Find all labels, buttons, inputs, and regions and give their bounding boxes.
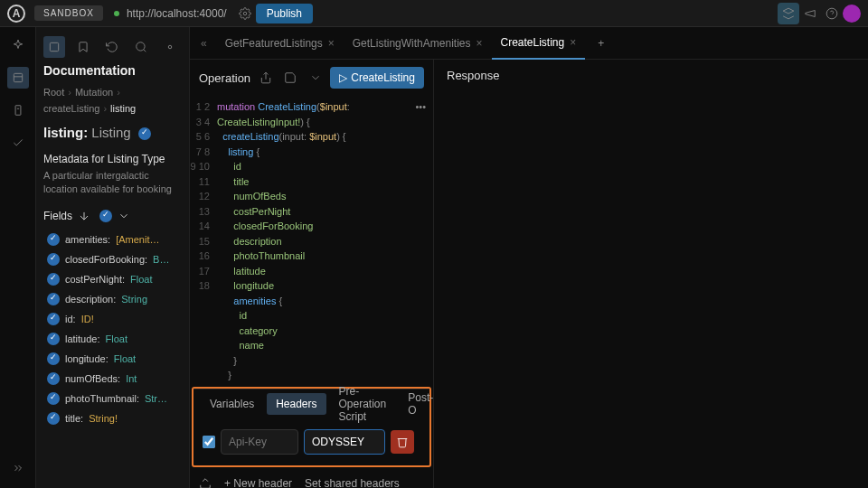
sandbox-badge: SANDBOX (34, 5, 103, 21)
bottom-tab-variables[interactable]: Variables (201, 393, 263, 415)
operation-title: Operation (199, 71, 250, 85)
field-check-icon[interactable] (47, 293, 60, 305)
field-check-icon[interactable] (47, 233, 60, 246)
rail-collapse-icon[interactable] (7, 457, 29, 479)
breadcrumb-2[interactable]: createListing›listing (43, 103, 182, 114)
field-item[interactable]: costPerNight: Float (43, 269, 182, 289)
header-value-input[interactable] (304, 429, 385, 455)
announce-icon[interactable] (799, 3, 821, 24)
chevron-down-icon[interactable] (118, 210, 130, 222)
endpoint-url[interactable]: http://localhost:4000/ (127, 7, 227, 20)
history-icon[interactable] (101, 36, 123, 58)
close-tab-icon[interactable]: × (328, 37, 335, 50)
tabs-scroll-left-icon[interactable]: « (201, 37, 207, 50)
fields-check-icon[interactable] (99, 210, 112, 222)
help-icon[interactable] (821, 3, 843, 24)
field-item[interactable]: numOfBeds: Int (43, 369, 182, 389)
field-item[interactable]: latitude: Float (43, 329, 182, 349)
doc-title: Documentation (43, 63, 182, 78)
rail-sparkle-icon[interactable] (7, 34, 29, 56)
tab-GetListingWithAmenities[interactable]: GetListingWithAmenities× (344, 27, 492, 60)
svg-rect-6 (15, 106, 21, 116)
type-heading: listing: Listing (43, 125, 182, 140)
search-icon[interactable] (130, 36, 152, 58)
set-shared-headers-link[interactable]: Set shared headers (305, 477, 400, 489)
field-check-icon[interactable] (47, 273, 60, 286)
svg-rect-8 (50, 42, 58, 51)
doc-view-icon[interactable] (43, 36, 65, 58)
rail-check-icon[interactable] (7, 132, 29, 154)
header-enabled-checkbox[interactable] (203, 436, 215, 448)
field-check-icon[interactable] (47, 352, 60, 365)
response-heading: Response (447, 69, 855, 82)
field-check-icon[interactable] (47, 392, 60, 405)
fields-list: amenities: [Amenit…closedForBooking: B…c… (43, 230, 182, 428)
svg-marker-1 (783, 8, 794, 14)
headers-highlight-box: VariablesHeadersPre-Operation ScriptPost… (192, 387, 431, 467)
field-item[interactable]: title: String! (43, 408, 182, 428)
response-panel: Response (434, 60, 868, 488)
user-avatar[interactable] (843, 5, 861, 23)
breadcrumb[interactable]: Root›Mutation› (43, 87, 182, 98)
svg-point-0 (243, 12, 247, 15)
op-menu-icon[interactable] (306, 67, 325, 89)
field-item[interactable]: amenities: [Amenit… (43, 230, 182, 249)
left-rail (0, 27, 36, 488)
gear-icon[interactable] (159, 36, 181, 58)
bottom-tab-headers[interactable]: Headers (267, 393, 326, 415)
tabs-row: « GetFeaturedListings×GetListingWithAmen… (190, 27, 868, 60)
top-bar: A SANDBOX http://localhost:4000/ Publish (0, 0, 868, 27)
field-check-icon[interactable] (47, 372, 60, 385)
share-icon[interactable] (256, 67, 275, 89)
field-item[interactable]: description: String (43, 289, 182, 309)
header-key-input[interactable] (221, 429, 298, 455)
settings-icon[interactable] (234, 3, 256, 24)
layers-icon[interactable] (778, 3, 799, 24)
field-check-icon[interactable] (47, 313, 60, 325)
bottom-tab-pre-operation-script[interactable]: Pre-Operation Script (330, 380, 396, 427)
close-tab-icon[interactable]: × (476, 37, 482, 50)
svg-rect-4 (14, 73, 22, 81)
sort-icon[interactable] (78, 210, 90, 222)
new-tab-button[interactable]: + (589, 37, 613, 50)
operation-header: Operation ▷ CreateListing (190, 60, 433, 96)
rail-explorer-icon[interactable] (7, 67, 29, 89)
run-operation-button[interactable]: ▷ CreateListing (330, 67, 424, 89)
rail-diff-icon[interactable] (7, 99, 29, 121)
close-tab-icon[interactable]: × (570, 36, 576, 49)
field-check-icon[interactable] (47, 333, 60, 345)
field-check-icon[interactable] (47, 253, 60, 266)
editor-overflow-icon[interactable]: ••• (415, 101, 426, 112)
publish-button[interactable]: Publish (256, 4, 313, 23)
apollo-logo: A (7, 5, 25, 23)
save-icon[interactable] (280, 67, 299, 89)
svg-point-11 (168, 45, 172, 49)
field-check-icon[interactable] (47, 412, 60, 425)
field-item[interactable]: closedForBooking: B… (43, 249, 182, 269)
verified-icon (138, 127, 151, 140)
svg-point-9 (137, 42, 145, 51)
bookmark-icon[interactable] (72, 36, 94, 58)
metadata-heading: Metadata for Listing Type (43, 153, 182, 165)
svg-line-10 (144, 50, 146, 52)
new-header-link[interactable]: + New header (224, 477, 292, 489)
tab-CreateListing[interactable]: CreateListing× (492, 27, 586, 60)
field-item[interactable]: longitude: Float (43, 349, 182, 369)
code-editor[interactable]: 1 2 3 4 5 6 7 8 9 10 11 12 13 14 15 16 1… (190, 96, 433, 387)
bottom-tabs: VariablesHeadersPre-Operation ScriptPost… (193, 389, 429, 418)
delete-header-button[interactable] (391, 430, 414, 454)
tab-GetFeaturedListings[interactable]: GetFeaturedListings× (216, 27, 344, 60)
fields-heading: Fields (43, 210, 182, 222)
documentation-panel: Documentation Root›Mutation› createListi… (36, 27, 190, 488)
field-item[interactable]: id: ID! (43, 309, 182, 329)
metadata-description: A particular intergalactic location avai… (43, 169, 182, 197)
svg-point-2 (826, 8, 837, 19)
field-item[interactable]: photoThumbnail: Str… (43, 389, 182, 408)
bottom-actions: + New header Set shared headers (190, 467, 433, 489)
connection-status-dot (114, 11, 119, 16)
import-icon[interactable] (199, 477, 212, 489)
